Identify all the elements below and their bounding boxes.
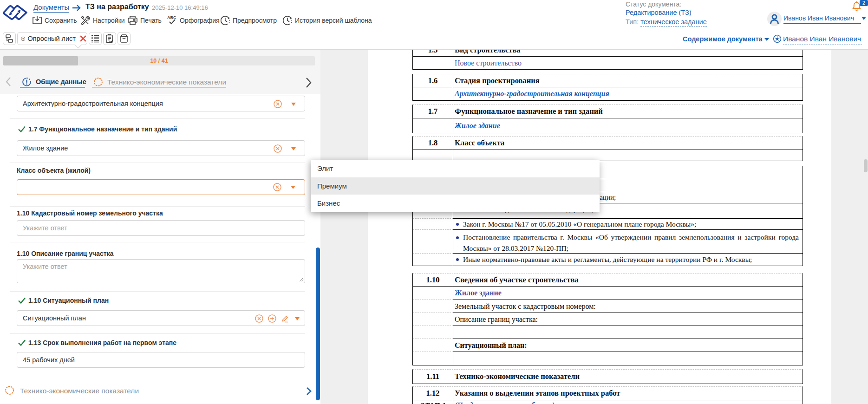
svg-text:ABC: ABC bbox=[167, 15, 176, 20]
svg-text:?: ? bbox=[22, 37, 24, 40]
